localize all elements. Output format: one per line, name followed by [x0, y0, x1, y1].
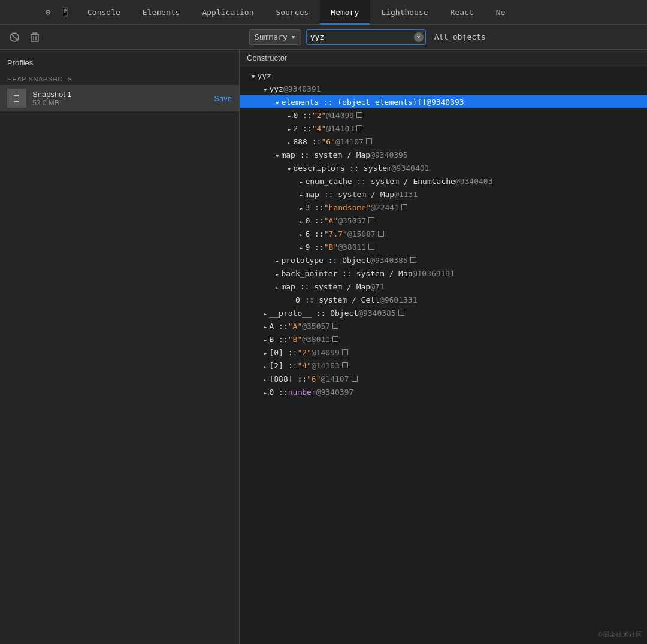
- tree-row[interactable]: map :: system / Map @1131: [240, 188, 647, 201]
- tree-row[interactable]: 2 :: "4" @14103: [240, 122, 647, 135]
- tree-view: yyz yyz @9340391 elements :: (object ele…: [240, 66, 647, 401]
- object-indicator: [356, 125, 362, 131]
- expand-arrow-icon: [300, 177, 305, 186]
- tab-ne[interactable]: Ne: [485, 0, 517, 25]
- tab-lighthouse[interactable]: Lighthouse: [370, 0, 439, 25]
- tree-row[interactable]: enum_cache :: system / EnumCache @934040…: [240, 174, 647, 188]
- expand-arrow-icon: [276, 150, 281, 159]
- object-indicator: [398, 310, 404, 316]
- tree-row[interactable]: map :: system / Map @71: [240, 280, 647, 293]
- profiles-title: Profiles: [0, 56, 239, 72]
- constructor-header: Constructor: [240, 50, 647, 66]
- tab-console[interactable]: Console: [77, 0, 132, 25]
- object-indicator: [342, 362, 348, 368]
- search-clear-button[interactable]: ✕: [414, 32, 424, 42]
- device-icon: 📱: [58, 5, 72, 19]
- object-indicator: [332, 323, 338, 329]
- expand-arrow-icon: [276, 269, 281, 278]
- snapshot-item[interactable]: 🗒 Snapshot 1 52.0 MB Save: [0, 85, 239, 111]
- snapshot-info: Snapshot 1 52.0 MB: [32, 90, 208, 107]
- tree-row[interactable]: A :: "A" @35057: [240, 319, 647, 332]
- expand-arrow-icon: [264, 388, 269, 397]
- tree-row[interactable]: 0 :: "A" @35057: [240, 214, 647, 227]
- tab-bar: ⚙ 📱 Console Elements Application Sources…: [0, 0, 647, 25]
- tree-row-selected[interactable]: elements :: (object elements)[] @9340393: [240, 95, 647, 108]
- expand-arrow-icon: [300, 229, 305, 238]
- toolbar: Summary ▾ ✕ All objects: [0, 25, 647, 50]
- snapshot-icon: 🗒: [7, 89, 26, 108]
- tab-react[interactable]: React: [440, 0, 485, 25]
- snapshot-save-button[interactable]: Save: [214, 94, 232, 103]
- tree-row[interactable]: B :: "B" @38011: [240, 332, 647, 346]
- tree-row[interactable]: [888] :: "6" @14107: [240, 372, 647, 385]
- tree-row[interactable]: 0 :: number @9340397: [240, 385, 647, 398]
- expand-arrow-icon: [288, 164, 293, 173]
- object-indicator: [368, 217, 374, 223]
- expand-arrow-icon: [252, 71, 257, 80]
- sidebar: Profiles HEAP SNAPSHOTS 🗒 Snapshot 1 52.…: [0, 50, 240, 644]
- object-indicator: [356, 112, 362, 118]
- tree-row[interactable]: 3 :: "handsome" @22441: [240, 201, 647, 214]
- object-indicator: [410, 257, 416, 263]
- object-indicator: [401, 204, 407, 210]
- all-objects-label[interactable]: All objects: [431, 31, 489, 43]
- block-icon[interactable]: [7, 30, 22, 44]
- tree-row[interactable]: descriptors :: system @9340401: [240, 161, 647, 174]
- expand-arrow-icon: [276, 256, 281, 265]
- expand-arrow-icon: [300, 203, 305, 212]
- tree-row[interactable]: map :: system / Map @9340395: [240, 148, 647, 161]
- object-indicator: [352, 376, 358, 382]
- object-indicator: [378, 231, 384, 237]
- trash-icon[interactable]: [28, 30, 42, 44]
- tree-row[interactable]: [2] :: "4" @14103: [240, 359, 647, 372]
- expand-arrow-icon: [264, 374, 269, 383]
- object-indicator: [342, 349, 348, 355]
- expand-arrow-icon: [264, 322, 269, 331]
- expand-arrow-icon: [264, 335, 269, 344]
- dropdown-arrow-icon: ▾: [291, 32, 296, 41]
- tree-row[interactable]: 888 :: "6" @14107: [240, 135, 647, 148]
- tree-row[interactable]: [0] :: "2" @14099: [240, 346, 647, 359]
- expand-arrow-icon: [264, 361, 269, 370]
- tree-row[interactable]: 9 :: "B" @38011: [240, 240, 647, 253]
- expand-arrow-icon: [300, 190, 305, 199]
- svg-rect-2: [31, 34, 38, 41]
- tree-row[interactable]: yyz @9340391: [240, 82, 647, 95]
- tree-row[interactable]: __proto__ :: Object @9340385: [240, 306, 647, 319]
- tab-memory[interactable]: Memory: [320, 0, 370, 25]
- tree-row[interactable]: yyz: [240, 69, 647, 82]
- tab-sources[interactable]: Sources: [265, 0, 321, 25]
- content-area: Constructor yyz yyz @9340391 elements ::…: [240, 50, 647, 644]
- snapshot-size: 52.0 MB: [32, 99, 208, 107]
- svg-line-1: [11, 34, 18, 41]
- tab-elements[interactable]: Elements: [132, 0, 192, 25]
- devtools-icon: ⚙: [41, 5, 55, 19]
- heap-snapshots-header: HEAP SNAPSHOTS: [0, 72, 239, 85]
- svg-rect-4: [33, 33, 37, 34]
- expand-arrow-icon: [276, 98, 281, 107]
- tree-row[interactable]: back_pointer :: system / Map @10369191: [240, 267, 647, 280]
- search-input[interactable]: [306, 29, 426, 45]
- expand-arrow-icon: [264, 84, 269, 93]
- expand-arrow-icon: [300, 243, 305, 252]
- object-indicator: [366, 138, 372, 144]
- summary-label: Summary: [255, 32, 288, 41]
- expand-arrow-icon: [264, 309, 269, 318]
- expand-arrow-icon: [288, 137, 293, 146]
- tab-application[interactable]: Application: [191, 0, 265, 25]
- summary-dropdown[interactable]: Summary ▾: [249, 29, 301, 45]
- main-layout: Profiles HEAP SNAPSHOTS 🗒 Snapshot 1 52.…: [0, 50, 647, 644]
- tree-row[interactable]: 0 :: system / Cell @9601331: [240, 293, 647, 306]
- tree-row[interactable]: 0 :: "2" @14099: [240, 108, 647, 122]
- object-indicator: [332, 336, 338, 342]
- expand-arrow-icon: [264, 348, 269, 357]
- object-indicator: [368, 244, 374, 250]
- tree-row[interactable]: prototype :: Object @9340385: [240, 253, 647, 267]
- tree-row[interactable]: 6 :: "7.7" @15087: [240, 227, 647, 240]
- snapshot-name: Snapshot 1: [32, 90, 208, 99]
- expand-arrow-icon: [288, 111, 293, 120]
- search-wrap: ✕: [306, 29, 426, 45]
- expand-arrow-icon: [300, 216, 305, 225]
- expand-arrow-icon: [288, 124, 293, 133]
- expand-arrow-icon: [276, 282, 281, 291]
